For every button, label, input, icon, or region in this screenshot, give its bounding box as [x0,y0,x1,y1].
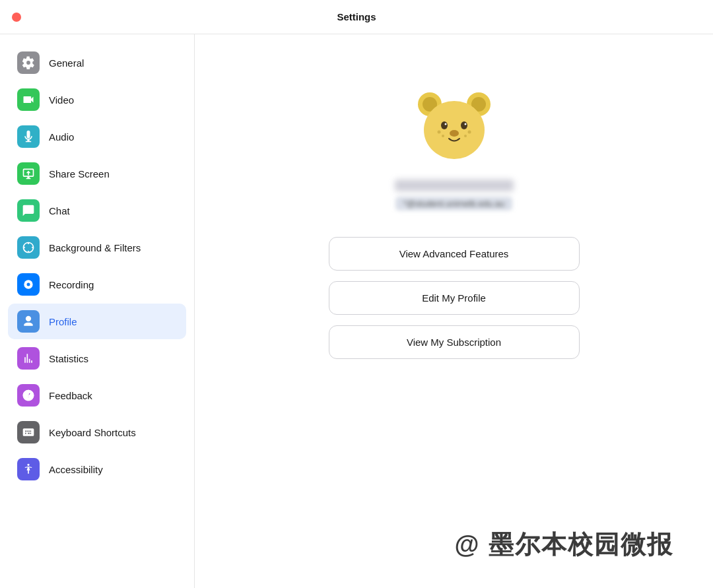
sidebar-item-label: Recording [49,279,94,290]
svg-point-9 [461,121,467,129]
svg-point-13 [437,131,440,134]
chat-icon [17,199,40,222]
sidebar-item-label: Accessibility [49,464,103,475]
sidebar-item-label: Profile [49,316,77,327]
sidebar-item-label: General [49,57,84,69]
keyboard-icon [17,421,40,443]
sidebar-item-chat[interactable]: Chat [8,193,186,228]
sidebar-item-label: Feedback [49,390,92,401]
sidebar-item-label: Background & Filters [49,242,141,253]
sidebar-item-label: Keyboard Shortcuts [49,427,136,438]
sidebar-item-keyboard-shortcuts[interactable]: Keyboard Shortcuts [8,414,186,450]
sidebar-item-general[interactable]: General [8,45,186,81]
profile-email: *@student.unimelb.edu.au [395,197,512,211]
title-bar: Settings [0,0,713,34]
sidebar-item-profile[interactable]: Profile [8,304,186,339]
sidebar-item-label: Share Screen [49,168,110,180]
content-area: *@student.unimelb.edu.au View Advanced F… [195,34,713,588]
svg-point-16 [464,135,467,137]
svg-point-1 [27,283,30,286]
audio-icon [17,125,40,148]
svg-point-8 [441,121,448,129]
svg-point-15 [467,131,471,134]
sidebar-item-statistics[interactable]: Statistics [8,341,186,376]
accessibility-icon [17,458,40,480]
edit-my-profile-button[interactable]: Edit My Profile [329,281,580,315]
action-buttons: View Advanced Features Edit My Profile V… [329,237,580,359]
sidebar-item-recording[interactable]: Recording [8,267,186,302]
svg-point-12 [450,130,459,137]
svg-point-10 [444,123,446,125]
close-button[interactable] [12,13,21,22]
sidebar: General Video Audio Share Screen Chat [0,34,195,588]
profile-name-blurred [395,180,514,191]
sidebar-item-accessibility[interactable]: Accessibility [8,451,186,487]
watermark: @ 墨尔本校园微报 [454,528,673,562]
sidebar-item-background-filters[interactable]: Background & Filters [8,230,186,265]
feedback-icon [17,384,40,407]
statistics-icon [17,347,40,370]
view-advanced-features-button[interactable]: View Advanced Features [329,237,580,271]
background-filters-icon [17,236,40,259]
video-icon [17,88,40,111]
profile-icon [17,310,40,333]
view-my-subscription-button[interactable]: View My Subscription [329,325,580,359]
main-layout: General Video Audio Share Screen Chat [0,34,713,588]
avatar [411,81,497,166]
svg-point-11 [464,123,466,125]
sidebar-item-label: Audio [49,131,74,143]
svg-point-14 [442,135,444,137]
sidebar-item-label: Chat [49,205,70,216]
sidebar-item-feedback[interactable]: Feedback [8,377,186,413]
sidebar-item-label: Video [49,94,74,106]
window-title: Settings [337,11,376,22]
sidebar-item-share-screen[interactable]: Share Screen [8,156,186,191]
traffic-lights [12,13,21,22]
sidebar-item-video[interactable]: Video [8,82,186,117]
sidebar-item-audio[interactable]: Audio [8,119,186,154]
profile-section: *@student.unimelb.edu.au [395,81,514,211]
sidebar-item-label: Statistics [49,353,88,364]
share-screen-icon [17,162,40,185]
gear-icon [17,51,40,74]
recording-icon [17,273,40,296]
